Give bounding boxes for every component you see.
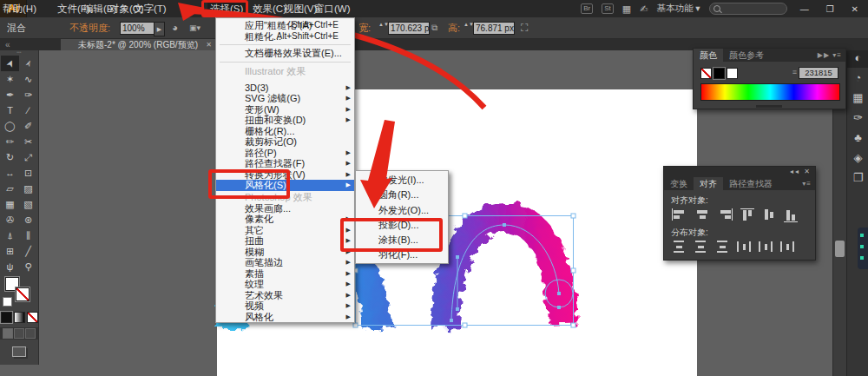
distribute-left-icon[interactable] — [737, 241, 751, 253]
default-fill-stroke-icon[interactable] — [3, 297, 12, 307]
effect-menu-item[interactable] — [220, 44, 351, 45]
scrollbar-thumb[interactable] — [835, 241, 845, 257]
draw-behind-icon[interactable] — [14, 328, 24, 339]
lasso-tool[interactable]: ∿ — [19, 71, 37, 87]
stroke-swatch-none[interactable] — [15, 287, 30, 302]
type-tool[interactable]: T — [1, 102, 19, 118]
opacity-field[interactable]: 100% — [120, 22, 155, 35]
docked-panel-sliver[interactable] — [858, 228, 868, 269]
symbol-sprayer-tool[interactable]: ⍋ — [1, 228, 19, 243]
artboards-icon[interactable]: ❐ — [847, 168, 868, 188]
effect-menu-item[interactable]: 粗糙化... Alt+Shift+Ctrl+E — [216, 31, 354, 43]
stock-icon[interactable]: St — [602, 3, 614, 14]
color-spectrum[interactable] — [700, 83, 840, 101]
effect-menu-item[interactable]: 效果画廊... — [216, 203, 354, 214]
share-icon[interactable]: ✍ — [640, 3, 648, 15]
effect-menu-item[interactable]: 栅格化(R)... — [216, 126, 354, 137]
align-bottom-icon[interactable] — [784, 208, 798, 222]
mesh-tool[interactable]: ▦ — [1, 196, 19, 212]
menubar-item[interactable]: 窗口(W) — [312, 0, 353, 17]
swatches-icon[interactable]: ▦ — [847, 88, 868, 108]
draw-normal-icon[interactable] — [3, 328, 13, 339]
width-field[interactable]: 170.623 px — [388, 22, 430, 35]
effect-menu-item[interactable]: 纹理 ▶ — [216, 279, 354, 290]
line-segment-tool[interactable]: ∕ — [19, 102, 37, 118]
distribute-right-icon[interactable] — [780, 241, 794, 253]
distribute-horizontal-center-icon[interactable] — [759, 241, 773, 253]
pen-tool[interactable]: ✒ — [1, 87, 19, 102]
panel-collapse-close-icons[interactable]: ◂◂ ✕ — [790, 167, 812, 177]
bridge-icon[interactable]: Br — [581, 3, 593, 14]
effect-menu-item[interactable]: 扭曲 ▶ — [216, 235, 354, 247]
zoom-tool[interactable]: ⚲ — [19, 259, 37, 274]
align-left-icon[interactable] — [672, 208, 687, 221]
brushes-icon[interactable]: ✑ — [847, 108, 868, 128]
menubar-item[interactable]: 帮助(H) — [0, 0, 39, 17]
effect-menu-item[interactable]: 应用"粗糙化"(A) Shift+Ctrl+E — [216, 20, 354, 31]
transform-icon[interactable]: ⛶ — [521, 17, 528, 38]
effect-menu-item[interactable]: 裁剪标记(O) — [216, 136, 354, 148]
link-dimensions-icon[interactable]: ⧉ — [431, 17, 437, 38]
draw-inside-icon[interactable] — [25, 328, 36, 339]
search-input[interactable] — [709, 3, 787, 15]
stylize-submenu-item[interactable]: 圆角(R)... — [356, 188, 448, 202]
artboard-tool[interactable]: ⊞ — [1, 243, 19, 259]
fill-stroke-control[interactable] — [0, 274, 38, 309]
perspective-grid-tool[interactable]: ▱ — [1, 181, 19, 196]
direct-selection-tool[interactable]: ➣ — [19, 56, 37, 71]
close-button[interactable]: ✕ — [847, 4, 863, 14]
shape-builder-tool[interactable]: ▨ — [19, 181, 37, 196]
white-swatch[interactable] — [727, 68, 738, 79]
panel-menu-icon[interactable]: ▶▶ ▾≡ — [818, 49, 842, 62]
hand-tool[interactable]: ψ — [1, 259, 19, 274]
eyedropper-tool[interactable]: ✇ — [1, 212, 19, 228]
scale-tool[interactable]: ⤢ — [19, 149, 37, 165]
effect-menu-item[interactable]: 其它 ▶ — [216, 225, 354, 236]
align-vertical-center-icon[interactable] — [762, 208, 776, 221]
effect-menu-item[interactable]: 变形(W) ▶ — [216, 104, 354, 115]
rotate-tool[interactable]: ↻ — [1, 149, 19, 165]
recolor-icon[interactable]: ◕ — [172, 17, 178, 38]
gradient-tool[interactable]: ▧ — [19, 196, 37, 212]
paintbrush-tool[interactable]: ✐ — [19, 118, 37, 134]
width-stepper[interactable]: ▲▼ — [378, 22, 386, 35]
slice-tool[interactable]: ╱ — [19, 243, 37, 259]
screen-mode-button[interactable] — [12, 346, 26, 357]
layers-icon[interactable]: ◈ — [847, 148, 868, 168]
panel-resize-nub[interactable] — [756, 105, 782, 108]
effect-menu-item[interactable]: 3D(3) ▶ — [216, 82, 354, 94]
effect-menu-item[interactable]: Illustrator 效果 — [216, 65, 354, 77]
align-right-icon[interactable] — [717, 208, 733, 221]
distribute-bottom-icon[interactable] — [715, 241, 729, 253]
ellipse-tool[interactable]: ◯ — [1, 118, 19, 134]
workspace-switcher[interactable]: 基本功能 ▾ — [656, 3, 700, 15]
arrange-documents-icon[interactable]: ▦ — [622, 3, 631, 15]
width-tool[interactable]: ↔ — [1, 165, 19, 181]
none-swatch[interactable] — [700, 68, 712, 79]
tab-color-guide[interactable]: 颜色参考 — [723, 49, 770, 62]
column-graph-tool[interactable]: ⫼ — [19, 228, 37, 243]
stylize-submenu-item[interactable]: 外发光(O)... — [356, 203, 448, 218]
blend-tool[interactable]: ⊛ — [19, 212, 37, 228]
curvature-tool[interactable]: ✑ — [19, 87, 37, 102]
scissors-tool[interactable]: ✂ — [19, 134, 37, 149]
effect-menu-item[interactable]: 画笔描边 ▶ — [216, 257, 354, 268]
align-horizontal-center-icon[interactable] — [695, 208, 709, 221]
hex-value-field[interactable]: 231815 — [799, 67, 838, 79]
effect-menu-item[interactable]: 扭曲和变换(D) ▶ — [216, 115, 354, 126]
symbols-icon[interactable]: ♣ — [847, 128, 868, 148]
black-swatch[interactable] — [713, 68, 725, 79]
effect-menu-item[interactable]: 艺术效果 ▶ — [216, 290, 354, 301]
height-field[interactable]: 76.871 px — [473, 22, 515, 35]
effect-menu-item[interactable]: 风格化 ▶ — [216, 312, 354, 323]
color-guide-icon[interactable]: ◔ — [847, 68, 868, 88]
effect-menu-item[interactable]: 视频 ▶ — [216, 300, 354, 312]
free-transform-tool[interactable]: ⊡ — [19, 165, 37, 181]
pencil-tool[interactable]: ✏ — [1, 134, 19, 149]
color-panel-icon[interactable]: ◐ — [847, 48, 868, 68]
selection-tool[interactable]: ➤ — [1, 56, 19, 71]
stylize-submenu-item[interactable]: 内发光(I)... — [356, 173, 448, 188]
tab-pathfinder[interactable]: 路径查找器 — [723, 177, 779, 190]
effect-menu-item[interactable]: SVG 滤镜(G) ▶ — [216, 93, 354, 104]
align-top-icon[interactable] — [740, 208, 754, 222]
